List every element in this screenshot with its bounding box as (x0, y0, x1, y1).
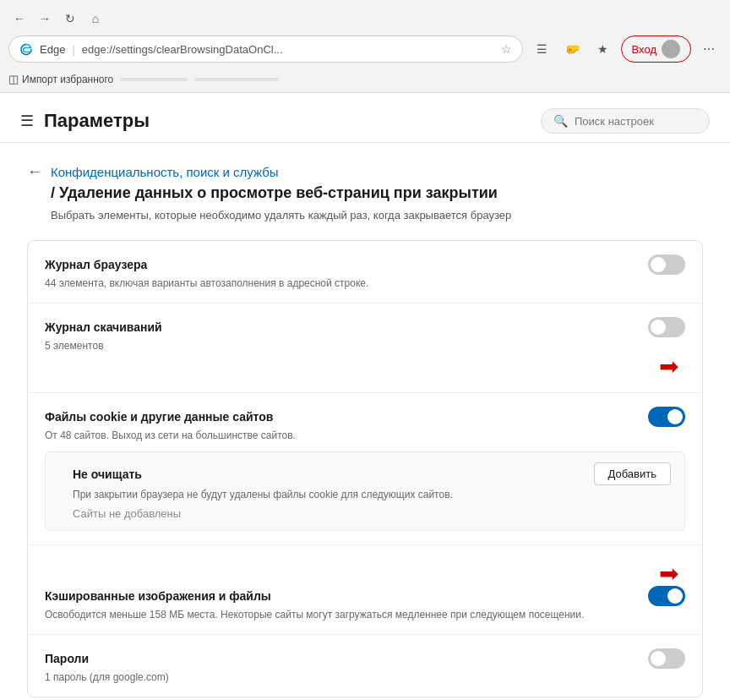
home-button[interactable]: ⌂ (84, 8, 106, 30)
settings-page-title: Параметры (44, 110, 150, 132)
page-description: Выбрать элементы, которые необходимо уда… (51, 209, 703, 221)
setting-row-download-history: Журнал скачиваний 5 элементов ➡ (28, 304, 702, 393)
back-button[interactable]: ← (8, 8, 30, 30)
toolbar-icons: ☰ 🤛 ★ Вход ⋯ (530, 36, 722, 63)
settings-title-area: ☰ Параметры (20, 110, 150, 132)
extensions-button[interactable]: 🤛 (560, 36, 586, 62)
bookmark-tab-2[interactable] (194, 78, 279, 81)
cache-label: Кэшированные изображения и файлы (45, 589, 271, 603)
forward-button[interactable]: → (34, 8, 56, 30)
browser-history-thumb (651, 257, 666, 272)
arrow-annotation-cache: ➡ (45, 559, 685, 586)
address-bar-row: Edge | edge://settings/clearBrowsingData… (0, 32, 730, 68)
page-heading: / Удаление данных о просмотре веб-страни… (51, 184, 703, 202)
settings-content: ← Конфиденциальность, поиск и службы / У… (0, 143, 730, 700)
no-clear-desc: При закрытии браузера не будут удалены ф… (59, 489, 671, 500)
import-icon: ◫ (8, 73, 19, 85)
signin-button[interactable]: Вход (621, 36, 691, 63)
sub-section-header: Не очищать Добавить (59, 462, 671, 485)
sidebar-toggle-button[interactable]: ☰ (20, 112, 34, 130)
download-history-label: Журнал скачиваний (45, 320, 162, 334)
breadcrumb-link[interactable]: Конфиденциальность, поиск и службы (51, 165, 279, 179)
cookies-track (648, 407, 685, 427)
breadcrumb-back-button[interactable]: ← (27, 163, 42, 181)
favorites-button[interactable]: ★ (591, 36, 616, 62)
passwords-thumb (651, 651, 666, 666)
setting-row-passwords: Пароли 1 пароль (для google.com) (28, 635, 702, 697)
download-history-desc: 5 элементов (45, 340, 685, 352)
setting-row-browser-history: Журнал браузера 44 элемента, включая вар… (28, 241, 702, 304)
cookies-desc: От 48 сайтов. Выход из сети на большинст… (45, 429, 685, 441)
tab-bar: ← → ↻ ⌂ (0, 0, 730, 32)
arrow-annotation-cookies: ➡ (45, 352, 685, 379)
signin-label: Вход (632, 43, 656, 56)
edge-logo-icon (19, 42, 33, 56)
passwords-label: Пароли (45, 652, 89, 665)
import-favorites-button[interactable]: ◫ Импорт избранного (8, 73, 113, 85)
cache-desc: Освободится меньше 158 МБ места. Некотор… (45, 609, 685, 621)
browser-history-label: Журнал браузера (45, 258, 147, 271)
favorite-icon[interactable]: ☆ (501, 42, 512, 56)
browser-history-desc: 44 элемента, включая варианты автозаполн… (45, 277, 685, 289)
setting-row-header-downloads: Журнал скачиваний (45, 317, 685, 337)
setting-row-cookies: Файлы cookie и другие данные сайтов От 4… (28, 393, 702, 545)
cookies-label: Файлы cookie и другие данные сайтов (45, 410, 273, 424)
cache-toggle[interactable] (648, 586, 685, 606)
passwords-desc: 1 пароль (для google.com) (45, 671, 685, 683)
import-label: Импорт избранного (22, 74, 113, 85)
setting-row-header-cookies: Файлы cookie и другие данные сайтов (45, 407, 685, 427)
cookies-sub-section: Не очищать Добавить При закрытии браузер… (45, 451, 685, 531)
red-arrow-icon: ➡ (659, 355, 678, 379)
breadcrumb: ← Конфиденциальность, поиск и службы (27, 163, 703, 181)
browser-history-toggle[interactable] (648, 254, 685, 275)
setting-row-cache: ➡ Кэшированные изображения и файлы Освоб… (28, 545, 702, 635)
cache-thumb (667, 588, 683, 604)
browser-history-track (648, 254, 685, 275)
setting-row-header-cache: Кэшированные изображения и файлы (45, 586, 685, 606)
address-bar[interactable]: Edge | edge://settings/clearBrowsingData… (8, 36, 523, 63)
search-settings-input[interactable] (575, 115, 697, 128)
setting-row-header: Журнал браузера (45, 254, 685, 275)
no-clear-label: Не очищать (59, 468, 142, 481)
browser-chrome: ← → ↻ ⌂ Edge | edge://settings/clearBrow… (0, 0, 730, 93)
settings-header: ☰ Параметры 🔍 (0, 93, 730, 143)
download-history-thumb (651, 320, 666, 335)
edge-brand-label: Edge (40, 43, 65, 56)
bookmarks-bar: ◫ Импорт избранного (0, 68, 730, 93)
setting-row-header-passwords: Пароли (45, 648, 685, 669)
download-history-track (648, 317, 685, 337)
reload-button[interactable]: ↻ (59, 8, 81, 30)
red-arrow-cache-icon: ➡ (659, 562, 678, 586)
cookies-toggle[interactable] (648, 407, 685, 427)
cache-track (648, 586, 685, 606)
url-text: edge://settings/clearBrowsingDataOnCl... (82, 43, 283, 56)
settings-card: Журнал браузера 44 элемента, включая вар… (27, 240, 703, 697)
search-icon: 🔍 (553, 114, 568, 128)
nav-buttons: ← → ↻ ⌂ (8, 8, 106, 30)
passwords-track (648, 648, 685, 669)
bookmark-tab-1[interactable] (120, 78, 188, 81)
user-avatar (662, 40, 680, 58)
no-sites-label: Сайты не добавлены (59, 507, 671, 520)
menu-button[interactable]: ⋯ (696, 36, 722, 62)
collections-button[interactable]: ☰ (530, 36, 555, 62)
settings-page: ☰ Параметры 🔍 ← Конфиденциальность, поис… (0, 93, 730, 700)
search-settings-box[interactable]: 🔍 (541, 108, 710, 134)
download-history-toggle[interactable] (648, 317, 685, 337)
cookies-thumb (667, 409, 683, 424)
add-site-button[interactable]: Добавить (594, 462, 671, 485)
passwords-toggle[interactable] (648, 648, 685, 669)
